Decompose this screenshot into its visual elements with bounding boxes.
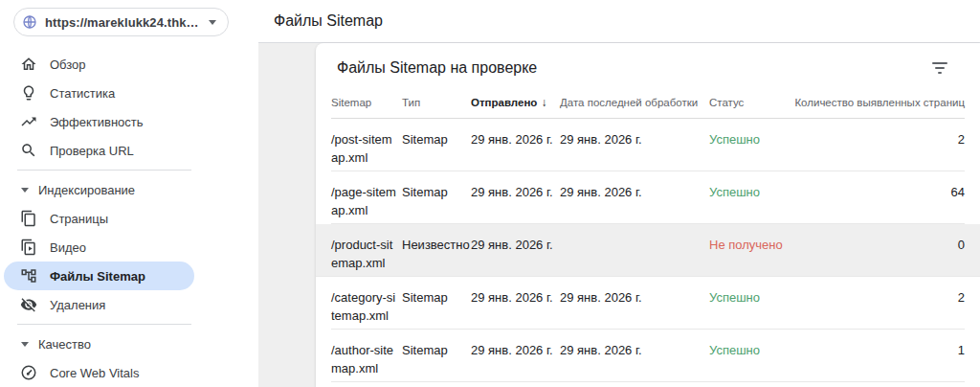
sitemap-type: Неизвестно — [402, 224, 471, 276]
visibility-off-icon — [20, 296, 37, 313]
search-console-app: https://mareklukk24.thk… Обзор Статистик… — [0, 0, 980, 387]
pages-count: 2 — [804, 119, 965, 171]
video-pages-icon — [20, 239, 37, 256]
content-background: Файлы Sitemap на проверке Sitemap Тип От… — [258, 43, 980, 387]
submitted-date: 29 янв. 2026 г. — [471, 119, 560, 171]
pages-icon — [20, 210, 37, 227]
last-read-date: 29 янв. 2026 г. — [560, 277, 709, 329]
pages-count: 1 — [804, 330, 965, 381]
sidebar-item-core-web-vitals[interactable]: Core Web Vitals — [4, 358, 194, 387]
sidebar-item-url-inspection[interactable]: Проверка URL — [4, 136, 194, 165]
pages-count: 2 — [804, 277, 965, 329]
table-row[interactable]: /product-sitemap.xml Неизвестно 29 янв. … — [316, 224, 980, 277]
submitted-date: 29 янв. 2026 г. — [471, 171, 560, 223]
sitemaps-card: Файлы Sitemap на проверке Sitemap Тип От… — [316, 43, 980, 387]
card-title: Файлы Sitemap на проверке — [337, 59, 928, 77]
last-read-date — [560, 224, 709, 276]
table-row[interactable]: /post-sitemap.xml Sitemap 29 янв. 2026 г… — [331, 119, 965, 171]
table-header: Sitemap Тип Отправлено↓ Дата последней о… — [331, 86, 965, 119]
sitemap-path[interactable]: /category-sitemap.xml — [331, 277, 402, 329]
submitted-date: 29 янв. 2026 г. — [471, 277, 560, 329]
sidebar-item-label: Видео — [50, 240, 86, 255]
card-header: Файлы Sitemap на проверке — [316, 43, 980, 86]
pages-count: 0 — [804, 224, 965, 276]
last-read-date: 29 янв. 2026 г. — [560, 171, 709, 223]
column-header-pages[interactable]: Количество выявленных страниц — [794, 86, 965, 119]
submitted-date: 29 янв. 2026 г. — [471, 330, 560, 381]
chevron-down-icon — [209, 20, 216, 25]
status-label: Успешно — [709, 119, 804, 171]
sidebar-divider — [17, 324, 191, 325]
submitted-date: 29 янв. 2026 г. — [471, 224, 560, 276]
sidebar-item-label: Файлы Sitemap — [50, 269, 145, 284]
lightbulb-icon — [20, 84, 37, 102]
last-read-date: 29 янв. 2026 г. — [560, 330, 709, 381]
page-title: Файлы Sitemap — [274, 12, 383, 30]
search-icon — [20, 142, 37, 159]
collapse-arrow-icon — [21, 342, 29, 347]
sidebar-item-pages[interactable]: Страницы — [4, 204, 194, 233]
sitemap-path[interactable]: /post-sitemap.xml — [331, 119, 402, 171]
filter-icon[interactable] — [928, 58, 951, 78]
sidebar-item-label: Страницы — [50, 212, 108, 226]
sidebar-section-indexing[interactable]: Индексирование — [0, 175, 201, 204]
column-header-last-read[interactable]: Дата последней обработки — [560, 97, 709, 108]
trending-up-icon — [20, 113, 37, 130]
sidebar-item-label: Эффективность — [50, 115, 144, 129]
topbar: Файлы Sitemap — [258, 0, 980, 43]
sitemap-type: Sitemap — [402, 277, 471, 329]
home-icon — [20, 56, 37, 73]
sidebar-item-label: Обзор — [50, 57, 86, 72]
property-selector[interactable]: https://mareklukk24.thk… — [13, 8, 229, 36]
column-header-sitemap[interactable]: Sitemap — [331, 97, 402, 108]
sidebar-item-label: Core Web Vitals — [50, 366, 139, 380]
status-label: Не получено — [709, 224, 804, 276]
sidebar-section-label: Качество — [38, 337, 91, 352]
column-header-status[interactable]: Статус — [709, 97, 804, 108]
sitemaps-table: Sitemap Тип Отправлено↓ Дата последней о… — [316, 86, 980, 382]
status-label: Успешно — [709, 171, 804, 223]
sitemap-path[interactable]: /page-sitemap.xml — [331, 171, 402, 223]
collapse-arrow-icon — [21, 188, 29, 193]
pages-count: 64 — [804, 171, 965, 223]
sidebar-nav: Обзор Статистика Эффективность Проверка … — [0, 50, 201, 387]
sidebar-item-removals[interactable]: Удаления — [4, 290, 194, 319]
sidebar-item-label: Статистика — [50, 86, 115, 101]
sidebar-item-video[interactable]: Видео — [4, 233, 194, 262]
sidebar-item-sitemaps[interactable]: Файлы Sitemap — [4, 262, 194, 290]
column-header-submitted[interactable]: Отправлено↓ — [471, 96, 560, 109]
status-label: Успешно — [709, 277, 804, 329]
sitemap-type: Sitemap — [402, 330, 471, 381]
speedometer-icon — [20, 364, 37, 381]
sidebar-item-insights[interactable]: Статистика — [4, 79, 194, 107]
sidebar-item-label: Удаления — [50, 298, 105, 312]
column-header-type[interactable]: Тип — [402, 97, 471, 108]
sitemap-type: Sitemap — [402, 119, 471, 171]
sidebar: https://mareklukk24.thk… Обзор Статистик… — [0, 0, 258, 387]
property-url: https://mareklukk24.thk… — [45, 15, 199, 30]
table-row[interactable]: /page-sitemap.xml Sitemap 29 янв. 2026 г… — [331, 171, 965, 224]
globe-icon — [22, 14, 37, 30]
sort-descending-icon: ↓ — [541, 96, 546, 109]
sidebar-item-performance[interactable]: Эффективность — [4, 107, 194, 136]
main-area: Файлы Sitemap Файлы Sitemap на проверке … — [258, 0, 980, 387]
sidebar-divider — [17, 170, 191, 171]
sidebar-section-quality[interactable]: Качество — [0, 330, 201, 358]
sitemap-tree-icon — [20, 267, 37, 285]
table-row[interactable]: /category-sitemap.xml Sitemap 29 янв. 20… — [331, 277, 965, 330]
sidebar-item-label: Проверка URL — [50, 144, 134, 158]
sitemap-path[interactable]: /author-sitemap.xml — [331, 330, 402, 381]
table-row[interactable]: /author-sitemap.xml Sitemap 29 янв. 2026… — [331, 330, 965, 382]
sitemap-path[interactable]: /product-sitemap.xml — [331, 224, 402, 276]
sidebar-item-overview[interactable]: Обзор — [4, 50, 194, 79]
sitemap-type: Sitemap — [402, 171, 471, 223]
sidebar-section-label: Индексирование — [38, 183, 135, 197]
last-read-date: 29 янв. 2026 г. — [560, 119, 709, 171]
status-label: Успешно — [709, 330, 804, 381]
